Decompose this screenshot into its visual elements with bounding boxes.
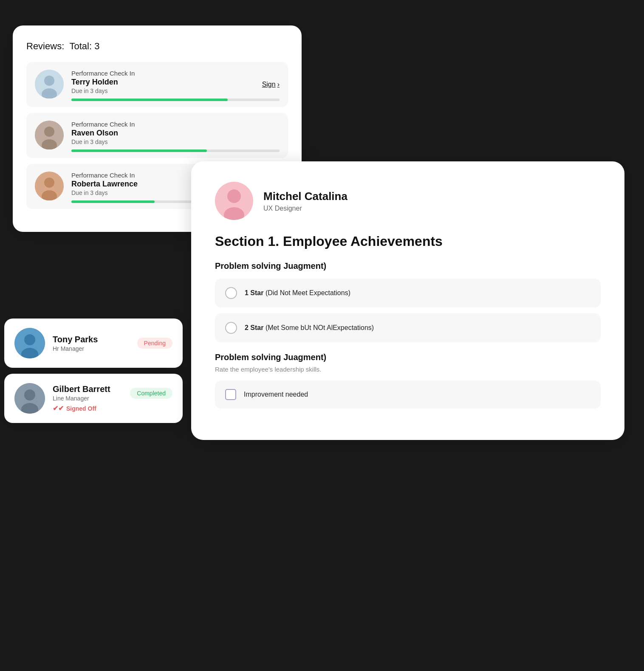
person-role-tony: Hr Manager bbox=[53, 345, 130, 352]
person-name-gilbert: Gilbert Barrett Line Manager bbox=[53, 384, 110, 402]
checkbox-item-improvement[interactable]: Improvement needed bbox=[215, 381, 601, 409]
detail-card: Mitchel Catalina UX Designer Section 1. … bbox=[191, 161, 624, 440]
avatar-mitchel bbox=[215, 182, 253, 220]
avatar-tony bbox=[14, 328, 45, 358]
question-subtitle-2: Rate the employee's leadership skills. bbox=[215, 366, 601, 373]
svg-point-10 bbox=[24, 334, 35, 345]
review-due-terry: Due in 3 days bbox=[71, 87, 280, 94]
avatar-raven bbox=[35, 121, 64, 149]
option-item-2star[interactable]: 2 Star (Met Some bUt NOt AlExpectations) bbox=[215, 313, 601, 342]
detail-role: UX Designer bbox=[263, 205, 347, 212]
review-info-raven: Performance Check In Raven Olson Due in … bbox=[71, 121, 280, 152]
detail-employee: Mitchel Catalina UX Designer bbox=[215, 182, 601, 220]
person-card-tony: Tony Parks Hr Manager Pending bbox=[4, 319, 183, 368]
progress-fill-roberta bbox=[71, 200, 155, 203]
review-due-raven: Due in 3 days bbox=[71, 138, 280, 145]
svg-point-13 bbox=[24, 389, 35, 400]
reviews-label: Reviews: bbox=[26, 41, 64, 51]
detail-name: Mitchel Catalina bbox=[263, 190, 347, 203]
option-label-2star: 2 Star (Met Some bUt NOt AlExpectations) bbox=[245, 324, 374, 332]
person-info-tony: Tony Parks Hr Manager bbox=[53, 335, 130, 352]
person-card-gilbert: Gilbert Barrett Line Manager Completed ✔… bbox=[4, 374, 183, 423]
avatar-terry bbox=[35, 70, 64, 99]
review-item-raven: Performance Check In Raven Olson Due in … bbox=[26, 113, 288, 158]
progress-fill-raven bbox=[71, 149, 207, 152]
signed-off-label: Signed Off bbox=[66, 405, 96, 412]
svg-point-1 bbox=[44, 76, 54, 86]
question-title-1: Problem solving Juagment) bbox=[215, 261, 601, 271]
svg-point-7 bbox=[44, 178, 54, 188]
option-label-1star: 1 Star (Did Not Meet Expectations) bbox=[245, 289, 350, 297]
svg-point-16 bbox=[227, 189, 241, 203]
progress-bg-raven bbox=[71, 149, 280, 152]
double-check-icon: ✔✔ bbox=[53, 404, 64, 412]
person-content-gilbert: Gilbert Barrett Line Manager Completed ✔… bbox=[53, 384, 172, 412]
option-rest-2star: (Met Some bUt NOt AlExpectations) bbox=[263, 324, 374, 331]
progress-bg-terry bbox=[71, 99, 280, 101]
option-strong-1star: 1 Star bbox=[245, 289, 263, 296]
avatar-roberta bbox=[35, 172, 64, 200]
reviews-header: Reviews: Total: 3 bbox=[26, 41, 288, 52]
review-type-terry: Performance Check In bbox=[71, 70, 280, 77]
progress-fill-terry bbox=[71, 99, 228, 101]
gilbert-name: Gilbert Barrett bbox=[53, 384, 110, 394]
reviews-total: Total: 3 bbox=[69, 41, 99, 51]
detail-employee-info: Mitchel Catalina UX Designer bbox=[263, 190, 347, 212]
review-name-terry: Terry Holden bbox=[71, 78, 280, 87]
signed-off-gilbert: ✔✔ Signed Off bbox=[53, 404, 172, 412]
checkbox-label-improvement: Improvement needed bbox=[244, 391, 308, 398]
option-rest-1star: (Did Not Meet Expectations) bbox=[263, 289, 350, 296]
sign-label-terry: Sign bbox=[262, 81, 276, 88]
avatar-gilbert bbox=[14, 383, 45, 414]
chevron-right-icon: › bbox=[277, 81, 280, 88]
svg-point-4 bbox=[44, 127, 54, 137]
radio-2star[interactable] bbox=[225, 322, 237, 334]
option-strong-2star: 2 Star bbox=[245, 324, 263, 331]
review-info-terry: Performance Check In Terry Holden Due in… bbox=[71, 70, 280, 101]
badge-pending-tony: Pending bbox=[137, 338, 172, 349]
question-title-2: Problem solving Juagment) bbox=[215, 352, 601, 362]
section-title: Section 1. Employee Achievements bbox=[215, 234, 601, 249]
badge-completed-gilbert: Completed bbox=[130, 388, 172, 399]
sign-button-terry[interactable]: Sign › bbox=[262, 81, 280, 88]
person-name-tony: Tony Parks bbox=[53, 335, 130, 344]
checkbox-improvement[interactable] bbox=[225, 389, 236, 400]
radio-1star[interactable] bbox=[225, 287, 237, 299]
gilbert-role: Line Manager bbox=[53, 395, 110, 402]
review-type-raven: Performance Check In bbox=[71, 121, 280, 128]
option-item-1star[interactable]: 1 Star (Did Not Meet Expectations) bbox=[215, 279, 601, 307]
review-name-raven: Raven Olson bbox=[71, 129, 280, 138]
review-item-terry: Performance Check In Terry Holden Due in… bbox=[26, 62, 288, 107]
person-top-gilbert: Gilbert Barrett Line Manager Completed bbox=[53, 384, 172, 402]
